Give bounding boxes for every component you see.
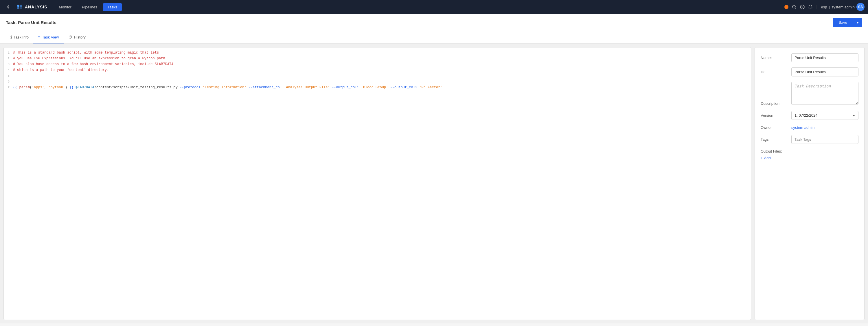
- nav-tab-monitor[interactable]: Monitor: [54, 3, 76, 11]
- id-field-row: ID:: [761, 67, 859, 77]
- version-field-row: Version 1. 07/22/2024: [761, 111, 859, 120]
- clock-icon: ⏱: [68, 35, 72, 39]
- tab-task-view[interactable]: ≡ Task View: [33, 31, 63, 43]
- tab-history[interactable]: ⏱ History: [64, 31, 90, 43]
- output-files-label: Output Files:: [761, 149, 787, 153]
- line-num-4: 4: [4, 67, 13, 73]
- code-line-2: 2 # you use ESP Expressions. You'll use …: [4, 56, 751, 61]
- svg-rect-1: [20, 5, 22, 7]
- line-num-2: 2: [4, 56, 13, 61]
- svg-rect-0: [18, 5, 20, 7]
- line-num-5: 5: [4, 73, 13, 79]
- user-info: esp | system admin SA: [821, 3, 865, 11]
- tab-history-label: History: [74, 35, 86, 39]
- search-button[interactable]: [792, 5, 797, 9]
- brand-logo: ANALYSIS: [14, 4, 50, 10]
- line-content-4: # which is a path to your 'content' dire…: [13, 67, 751, 73]
- top-navigation: ANALYSIS Monitor Pipelines Tasks ? | esp: [0, 0, 868, 14]
- line-content-3: # You also have access to a few bash env…: [13, 61, 751, 67]
- right-panel: Name: ID: Description: Version 1. 07/22: [754, 47, 865, 320]
- description-label: Description:: [761, 101, 787, 106]
- add-icon: +: [761, 156, 763, 160]
- save-button-group: Save ▼: [833, 18, 862, 27]
- tabs-bar: ℹ Task Info ≡ Task View ⏱ History: [0, 31, 868, 44]
- svg-rect-3: [20, 7, 22, 9]
- nav-divider-2: |: [829, 5, 830, 9]
- code-line-7: 7 {{ param('apps', 'python') }} $LAB7DAT…: [4, 85, 751, 90]
- main-content: 1 # This is a standard bash script, with…: [0, 44, 868, 323]
- id-label: ID:: [761, 70, 787, 74]
- save-button[interactable]: Save: [833, 18, 853, 27]
- nav-tab-pipelines[interactable]: Pipelines: [77, 3, 102, 11]
- description-field-value: [791, 82, 859, 106]
- tab-task-info-label: Task Info: [13, 35, 29, 39]
- id-field-value: [791, 67, 859, 77]
- nav-divider: |: [816, 4, 817, 9]
- add-label: Add: [764, 156, 771, 160]
- line-content-2: # you use ESP Expressions. You'll use an…: [13, 56, 751, 61]
- help-button[interactable]: ?: [800, 5, 805, 9]
- code-line-3: 3 # You also have access to a few bash e…: [4, 61, 751, 67]
- tags-input[interactable]: [791, 135, 859, 144]
- brand-name: ANALYSIS: [25, 5, 48, 9]
- code-line-4: 4 # which is a path to your 'content' di…: [4, 67, 751, 73]
- version-select[interactable]: 1. 07/22/2024: [791, 111, 859, 120]
- name-label: Name:: [761, 56, 787, 60]
- svg-text:?: ?: [802, 5, 803, 9]
- tab-task-info[interactable]: ℹ Task Info: [6, 31, 33, 43]
- list-icon: ≡: [38, 35, 40, 39]
- tags-field-row: Tags: [761, 135, 859, 144]
- name-field-row: Name:: [761, 53, 859, 62]
- code-lines: 1 # This is a standard bash script, with…: [4, 48, 751, 320]
- code-line-1: 1 # This is a standard bash script, with…: [4, 50, 751, 56]
- info-icon: ℹ: [10, 35, 12, 39]
- svg-rect-2: [18, 7, 20, 9]
- notifications-button[interactable]: [808, 5, 813, 9]
- save-dropdown-button[interactable]: ▼: [853, 18, 862, 27]
- page-header: Task: Parse Unit Results Save ▼: [0, 14, 868, 31]
- code-editor[interactable]: 1 # This is a standard bash script, with…: [3, 47, 751, 320]
- user-prefix: esp: [821, 5, 827, 9]
- output-files-section: Output Files: + Add: [761, 149, 859, 160]
- line-num-3: 3: [4, 61, 13, 67]
- tags-field-value: [791, 135, 859, 144]
- name-field-value: [791, 53, 859, 62]
- user-name: system admin: [832, 5, 855, 9]
- back-button[interactable]: [3, 3, 13, 11]
- svg-line-5: [795, 8, 796, 9]
- version-field-value: 1. 07/22/2024: [791, 111, 859, 120]
- owner-link[interactable]: system admin: [791, 125, 814, 130]
- owner-label: Owner: [761, 125, 787, 130]
- description-textarea[interactable]: [791, 82, 859, 105]
- nav-tab-tasks[interactable]: Tasks: [103, 3, 122, 11]
- nav-right-area: ? | esp | system admin SA: [784, 3, 865, 11]
- line-content-7: {{ param('apps', 'python') }} $LAB7DATA/…: [13, 85, 751, 90]
- code-line-5: 5: [4, 73, 751, 79]
- tab-task-view-label: Task View: [42, 35, 59, 39]
- tags-label: Tags: [761, 137, 787, 142]
- line-num-6: 6: [4, 79, 13, 85]
- code-line-6: 6: [4, 79, 751, 85]
- user-avatar: SA: [857, 3, 865, 11]
- description-field-row: Description:: [761, 82, 859, 106]
- line-content-1: # This is a standard bash script, with s…: [13, 50, 751, 56]
- owner-field-row: Owner system admin: [761, 125, 859, 130]
- name-input[interactable]: [791, 53, 859, 62]
- version-label: Version: [761, 113, 787, 118]
- page-title: Task: Parse Unit Results: [6, 20, 56, 25]
- line-num-7: 7: [4, 85, 13, 90]
- status-indicator: [784, 5, 788, 9]
- task-label: Task:: [6, 20, 17, 25]
- task-name: Parse Unit Results: [18, 20, 56, 25]
- add-output-file-button[interactable]: + Add: [761, 156, 771, 160]
- id-input[interactable]: [791, 67, 859, 77]
- owner-field-value: system admin: [791, 125, 859, 130]
- line-num-1: 1: [4, 50, 13, 56]
